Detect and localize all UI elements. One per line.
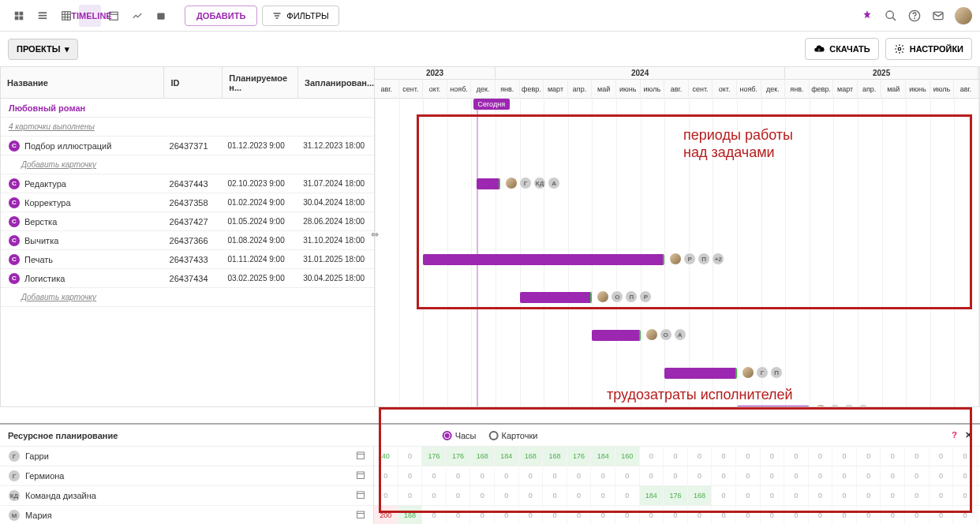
resource-cell[interactable]: 0 bbox=[374, 466, 398, 485]
resource-cell[interactable]: 0 bbox=[543, 506, 567, 524]
dashboard-view-icon[interactable] bbox=[8, 5, 30, 27]
resource-cell[interactable]: 0 bbox=[784, 506, 809, 524]
assignee-chip[interactable] bbox=[669, 253, 682, 265]
assignee-chip[interactable]: О bbox=[611, 290, 623, 303]
resource-cell[interactable]: 0 bbox=[567, 466, 592, 485]
calendar-icon[interactable] bbox=[356, 470, 365, 481]
col-scheduled[interactable]: Запланирован... bbox=[298, 67, 374, 98]
resource-cell[interactable]: 0 bbox=[881, 447, 905, 466]
resource-cell[interactable]: 0 bbox=[470, 506, 495, 524]
resource-cell[interactable]: 0 bbox=[736, 486, 761, 505]
resource-cell[interactable]: 0 bbox=[470, 466, 495, 485]
resource-cell[interactable]: 0 bbox=[688, 447, 713, 466]
assignee-chip[interactable]: А bbox=[829, 404, 841, 406]
resource-cell[interactable]: 0 bbox=[495, 486, 519, 505]
gantt-bar[interactable] bbox=[664, 368, 737, 379]
resource-cell[interactable]: 0 bbox=[398, 486, 423, 505]
gantt-bar[interactable] bbox=[520, 292, 593, 303]
resource-cell[interactable]: 168 bbox=[688, 486, 713, 505]
resource-cell[interactable]: 0 bbox=[495, 506, 519, 524]
col-name[interactable]: Название bbox=[1, 67, 164, 98]
resource-cell[interactable]: 184 bbox=[640, 486, 664, 505]
resource-cell[interactable]: 0 bbox=[857, 466, 881, 485]
resource-cell[interactable]: 168 bbox=[543, 447, 567, 466]
projects-dropdown[interactable]: ПРОЕКТЫ ▾ bbox=[8, 39, 78, 60]
resource-cell[interactable]: 0 bbox=[712, 447, 736, 466]
resource-cell[interactable]: 0 bbox=[930, 506, 954, 524]
resource-cell[interactable]: 0 bbox=[881, 466, 905, 485]
resource-cell[interactable]: 0 bbox=[567, 506, 592, 524]
assignee-chip[interactable] bbox=[742, 366, 754, 379]
resource-cell[interactable]: 0 bbox=[905, 447, 930, 466]
resource-cell[interactable]: 0 bbox=[832, 506, 857, 524]
resource-cell[interactable]: 0 bbox=[688, 506, 713, 524]
resource-cell[interactable]: 0 bbox=[591, 486, 615, 505]
gantt-bar[interactable] bbox=[423, 254, 664, 265]
assignee-chip[interactable]: Р bbox=[683, 253, 696, 265]
resource-cell[interactable]: 0 bbox=[543, 486, 567, 505]
resource-cell[interactable]: 176 bbox=[422, 447, 447, 466]
assignee-chip[interactable]: Г bbox=[857, 404, 870, 406]
resource-cell[interactable]: 0 bbox=[447, 466, 471, 485]
resource-cell[interactable]: 0 bbox=[761, 447, 785, 466]
resource-cell[interactable]: 0 bbox=[784, 447, 809, 466]
task-row[interactable]: CЛогистика2643743403.02.2025 9:0030.04.2… bbox=[1, 269, 374, 288]
resource-cell[interactable]: 0 bbox=[736, 466, 761, 485]
resource-cell[interactable]: 0 bbox=[640, 506, 664, 524]
calendar-icon[interactable] bbox=[356, 490, 365, 501]
resource-cell[interactable]: 0 bbox=[832, 466, 857, 485]
resource-row[interactable]: ГГарри bbox=[0, 447, 373, 466]
resource-cell[interactable]: 0 bbox=[736, 506, 761, 524]
resource-cell[interactable]: 0 bbox=[930, 486, 954, 505]
assignee-chip[interactable]: П bbox=[625, 290, 638, 303]
resource-cell[interactable]: 0 bbox=[615, 506, 640, 524]
assignee-chip[interactable]: О bbox=[660, 328, 672, 341]
resource-cell[interactable]: 0 bbox=[664, 466, 688, 485]
col-planned[interactable]: Планируемое н... bbox=[223, 67, 298, 98]
resource-cell[interactable]: 0 bbox=[953, 486, 978, 505]
add-button[interactable]: ДОБАВИТЬ bbox=[185, 6, 257, 26]
resource-cell[interactable]: 0 bbox=[809, 447, 833, 466]
calendar-icon[interactable] bbox=[356, 510, 365, 521]
resource-cell[interactable]: 160 bbox=[615, 447, 640, 466]
assignee-chip[interactable]: Г bbox=[756, 366, 769, 379]
resource-cell[interactable]: 0 bbox=[809, 486, 833, 505]
resource-cell[interactable]: 0 bbox=[881, 486, 905, 505]
radio-cards[interactable]: Карточки bbox=[488, 431, 537, 440]
resource-cell[interactable]: 0 bbox=[905, 486, 930, 505]
assignee-chip[interactable] bbox=[814, 404, 827, 406]
mail-icon[interactable] bbox=[931, 9, 945, 23]
help-icon[interactable] bbox=[907, 9, 922, 23]
resource-cell[interactable]: 0 bbox=[422, 466, 447, 485]
resource-cell[interactable]: 176 bbox=[447, 447, 471, 466]
assignee-chip[interactable]: П bbox=[770, 366, 783, 379]
resource-cell[interactable]: 0 bbox=[640, 447, 664, 466]
resource-cell[interactable]: 0 bbox=[809, 506, 833, 524]
cards-done-row[interactable]: 4 карточки выполнены bbox=[1, 118, 374, 137]
resource-cell[interactable]: 0 bbox=[784, 466, 809, 485]
resource-cell[interactable]: 0 bbox=[519, 466, 544, 485]
project-row[interactable]: Любовный роман bbox=[1, 99, 374, 118]
resource-cell[interactable]: 168 bbox=[519, 447, 544, 466]
resource-cell[interactable]: 0 bbox=[712, 486, 736, 505]
column-resize-handle[interactable]: ⇔ bbox=[371, 229, 382, 240]
radio-hours[interactable]: Часы bbox=[443, 431, 477, 440]
resource-cell[interactable]: 0 bbox=[881, 506, 905, 524]
list-view-icon[interactable] bbox=[32, 5, 54, 27]
resource-cell[interactable]: 0 bbox=[447, 506, 471, 524]
resource-cell[interactable]: 0 bbox=[761, 486, 785, 505]
resource-cell[interactable]: 0 bbox=[640, 466, 664, 485]
chart-view-icon[interactable] bbox=[126, 5, 148, 27]
resource-cell[interactable]: 0 bbox=[374, 486, 398, 505]
resource-cell[interactable]: 168 bbox=[398, 506, 423, 524]
task-row[interactable]: CВычитка2643736601.08.2024 9:0031.10.202… bbox=[1, 231, 374, 250]
calendar-icon[interactable] bbox=[356, 451, 365, 462]
assignee-chip[interactable]: +2 bbox=[712, 253, 724, 265]
assignee-chip[interactable]: КД bbox=[533, 177, 546, 189]
resource-cell[interactable]: 184 bbox=[591, 447, 615, 466]
resource-cell[interactable]: 0 bbox=[905, 506, 930, 524]
resource-cell[interactable]: 0 bbox=[495, 466, 519, 485]
settings-button[interactable]: НАСТРОЙКИ bbox=[885, 38, 972, 60]
gantt-bar[interactable] bbox=[592, 330, 640, 341]
resource-cell[interactable]: 176 bbox=[567, 447, 592, 466]
